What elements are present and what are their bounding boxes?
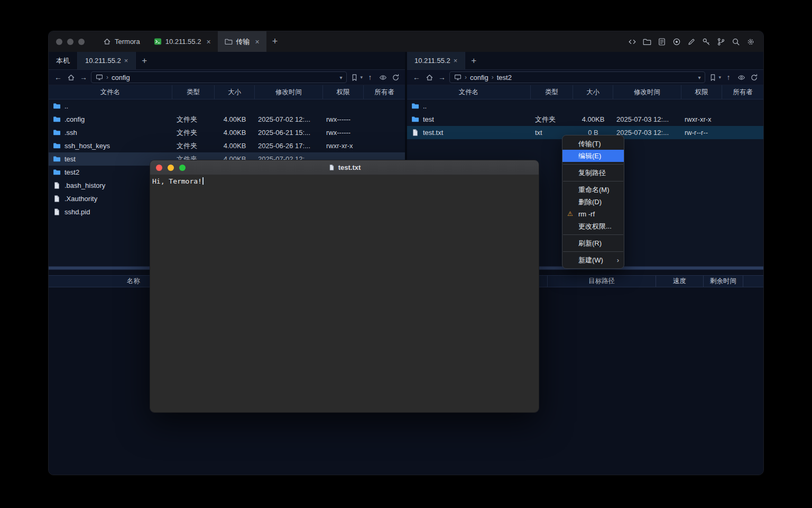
zoom-window-button[interactable] <box>78 39 85 45</box>
up-directory-button[interactable]: ↑ <box>723 71 734 83</box>
new-pane-tab-button[interactable]: + <box>136 52 153 69</box>
column-header-modified[interactable]: 修改时间 <box>613 85 681 99</box>
path-dropdown-caret[interactable]: ▾ <box>339 75 342 80</box>
bookmark-caret[interactable]: ▾ <box>718 75 721 80</box>
bookmark-caret[interactable]: ▾ <box>360 75 363 80</box>
forward-button[interactable]: → <box>78 71 89 83</box>
file-row[interactable]: .. <box>407 99 763 113</box>
menu-item-edit[interactable]: 编辑(E) <box>562 150 624 162</box>
menu-item-new[interactable]: 新建(W)› <box>562 254 624 266</box>
file-size-cell <box>215 99 255 113</box>
edit-icon[interactable] <box>687 38 696 46</box>
menu-item-delete[interactable]: 删除(D) <box>562 196 624 208</box>
menu-item-change-permissions[interactable]: 更改权限... <box>562 220 624 232</box>
folder-icon <box>53 115 61 123</box>
file-name: test <box>64 155 76 163</box>
pane-tab-host[interactable]: 10.211.55.2 × <box>78 52 136 69</box>
show-hidden-button[interactable] <box>736 71 746 83</box>
menu-item-rm-rf[interactable]: ⚠rm -rf <box>562 208 624 220</box>
folder-icon[interactable] <box>643 38 651 46</box>
minimize-window-button[interactable] <box>168 165 174 171</box>
column-header-owner[interactable]: 所有者 <box>722 85 763 99</box>
tab-transfer[interactable]: 传输 × <box>218 31 266 52</box>
breadcrumb[interactable]: › config › test2 ▾ <box>449 71 705 83</box>
refresh-button[interactable] <box>749 71 759 83</box>
file-name: .. <box>423 102 427 110</box>
branch-icon[interactable] <box>717 38 725 46</box>
folder-icon <box>225 38 233 46</box>
column-header-name[interactable]: 文件名 <box>49 85 172 99</box>
bookmark-button[interactable] <box>349 71 359 83</box>
record-icon[interactable] <box>672 38 681 46</box>
column-header-name[interactable]: 文件名 <box>407 85 531 99</box>
column-header-perms[interactable]: 权限 <box>323 85 364 99</box>
editor-content[interactable]: Hi, Termora! <box>150 175 539 413</box>
column-header-type[interactable]: 类型 <box>531 85 573 99</box>
settings-icon[interactable] <box>746 38 755 46</box>
column-header-perms[interactable]: 权限 <box>681 85 722 99</box>
home-button[interactable] <box>66 71 76 83</box>
file-row[interactable]: .. <box>49 99 405 113</box>
key-icon[interactable] <box>702 38 710 46</box>
file-modified-cell: 2025-06-26 17:... <box>255 139 323 152</box>
file-perms-cell: rwx------ <box>323 113 364 126</box>
menu-item-refresh[interactable]: 刷新(R) <box>562 237 624 249</box>
transfer-column-speed[interactable]: 速度 <box>656 276 704 287</box>
column-header-size[interactable]: 大小 <box>215 85 255 99</box>
path-segment[interactable]: config <box>470 74 488 81</box>
close-window-button[interactable] <box>56 39 62 45</box>
path-segment[interactable]: test2 <box>497 74 512 81</box>
transfer-column-remaining[interactable]: 剩余时间 <box>704 276 743 287</box>
pane-tab-host[interactable]: 10.211.55.2 × <box>407 52 465 69</box>
close-tab-icon[interactable]: × <box>255 38 260 46</box>
path-segment[interactable]: config <box>112 74 130 81</box>
log-icon[interactable] <box>658 38 666 46</box>
transfer-column-trailing <box>743 276 763 287</box>
back-button[interactable]: ← <box>53 71 63 83</box>
menu-item-rename[interactable]: 重命名(M) <box>562 184 624 196</box>
pane-tab-local[interactable]: 本机 <box>49 52 78 69</box>
menu-item-transfer[interactable]: 传输(T) <box>562 138 624 150</box>
home-button[interactable] <box>424 71 435 83</box>
path-dropdown-caret[interactable]: ▾ <box>698 75 700 80</box>
back-button[interactable]: ← <box>411 71 422 83</box>
tab-host-session[interactable]: 10.211.55.2 × <box>147 31 218 52</box>
close-tab-icon[interactable]: × <box>124 57 128 65</box>
transfer-column-target-path[interactable]: 目标路径 <box>548 276 656 287</box>
close-tab-icon[interactable]: × <box>454 57 458 65</box>
file-icon <box>411 129 419 137</box>
file-owner-cell <box>722 99 763 113</box>
column-header-owner[interactable]: 所有者 <box>364 85 405 99</box>
column-header-modified[interactable]: 修改时间 <box>255 85 323 99</box>
file-name: ssh_host_keys <box>64 142 110 150</box>
tab-termora-home[interactable]: Termora <box>96 31 147 52</box>
file-row[interactable]: ssh_host_keys 文件夹 4.00KB 2025-06-26 17:.… <box>49 139 405 152</box>
file-type-cell: 文件夹 <box>531 113 573 126</box>
file-row[interactable]: .ssh 文件夹 4.00KB 2025-06-21 15:... rwx---… <box>49 126 405 139</box>
new-pane-tab-button[interactable]: + <box>465 52 482 69</box>
show-hidden-button[interactable] <box>377 71 388 83</box>
editor-window: test.txt Hi, Termora! <box>150 160 539 413</box>
file-name: .. <box>64 102 68 110</box>
file-row[interactable]: test 文件夹 4.00KB 2025-07-03 12:... rwxr-x… <box>407 113 763 126</box>
breadcrumb[interactable]: › config ▾ <box>91 71 347 83</box>
column-header-size[interactable]: 大小 <box>573 85 613 99</box>
refresh-button[interactable] <box>390 71 401 83</box>
traffic-lights <box>49 39 96 45</box>
file-name: test2 <box>64 168 79 176</box>
forward-button[interactable]: → <box>437 71 447 83</box>
column-header-type[interactable]: 类型 <box>172 85 215 99</box>
search-icon[interactable] <box>732 38 740 46</box>
file-row[interactable]: .config 文件夹 4.00KB 2025-07-02 12:... rwx… <box>49 113 405 126</box>
new-tab-button[interactable]: + <box>266 36 284 47</box>
menu-item-copy-path[interactable]: 复制路径 <box>562 167 624 179</box>
zoom-window-button[interactable] <box>179 165 186 171</box>
code-icon[interactable] <box>628 38 636 46</box>
close-window-button[interactable] <box>156 165 162 171</box>
minimize-window-button[interactable] <box>67 39 73 45</box>
up-directory-button[interactable]: ↑ <box>365 71 375 83</box>
bookmark-button[interactable] <box>707 71 718 83</box>
close-tab-icon[interactable]: × <box>206 38 210 46</box>
folder-icon <box>411 115 419 123</box>
left-nav-bar: ← → › config ▾ ▾ ↑ <box>49 70 405 85</box>
